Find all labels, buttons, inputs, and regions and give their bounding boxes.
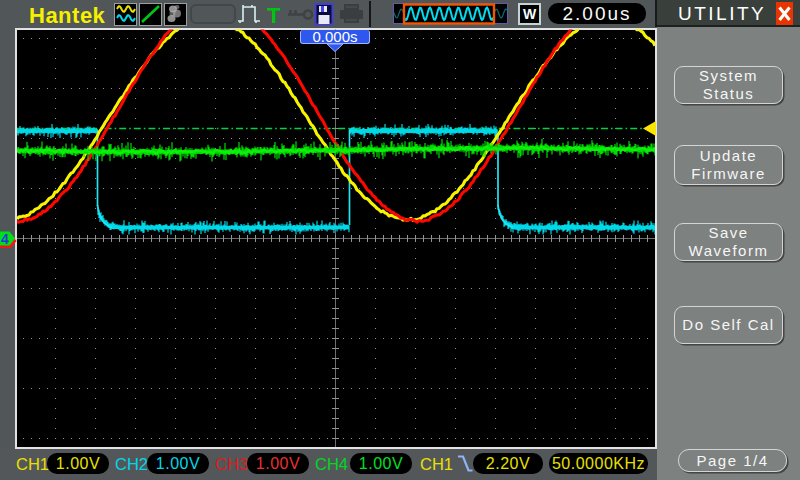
svg-text:T: T: [267, 3, 281, 28]
svg-text:4: 4: [1, 231, 9, 247]
